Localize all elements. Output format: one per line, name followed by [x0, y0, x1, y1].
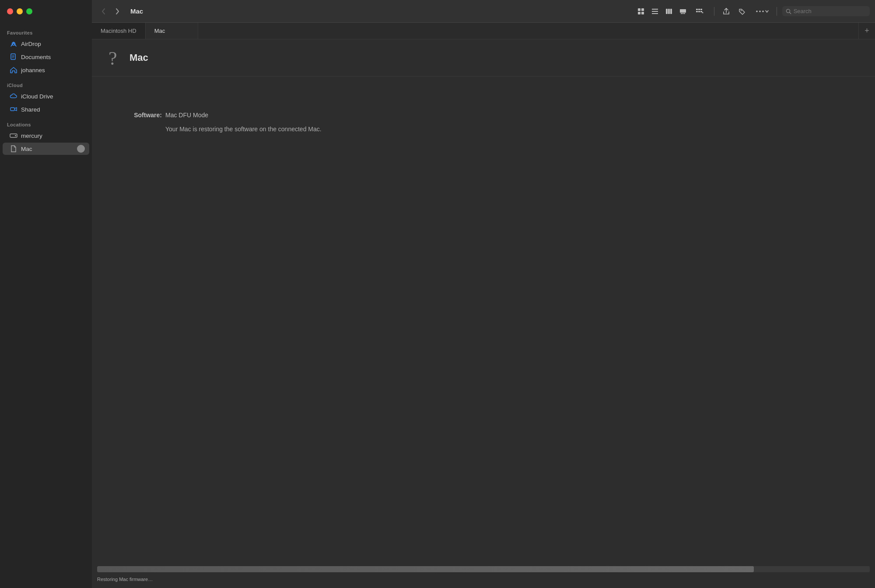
svg-rect-26	[698, 11, 700, 12]
device-icon: ?	[102, 47, 123, 68]
toolbar: Mac	[92, 0, 875, 23]
sidebar-item-airdrop[interactable]: AirDrop	[3, 38, 89, 50]
tab-macintosh-hd[interactable]: Macintosh HD	[92, 23, 146, 39]
close-button[interactable]	[7, 8, 13, 14]
svg-text:?: ?	[108, 48, 117, 68]
progress-bar-fill	[97, 566, 754, 572]
minimize-button[interactable]	[17, 8, 23, 14]
tab-macintosh-hd-label: Macintosh HD	[101, 28, 136, 34]
software-value: Mac DFU Mode	[165, 112, 208, 119]
documents-icon	[10, 53, 18, 61]
main-area: Mac	[92, 0, 875, 588]
svg-line-33	[790, 12, 791, 14]
toolbar-title: Mac	[130, 7, 143, 15]
locations-section-label: Locations	[0, 116, 92, 129]
more-actions-button[interactable]	[753, 5, 771, 18]
svg-point-29	[756, 10, 758, 12]
svg-rect-5	[10, 108, 14, 111]
shared-icon	[10, 105, 18, 113]
sidebar-item-documents[interactable]: Documents	[3, 51, 89, 63]
tag-button[interactable]	[736, 5, 749, 18]
sidebar-item-icloud-drive[interactable]: iCloud Drive	[3, 90, 89, 102]
icloud-section-label: iCloud	[0, 77, 92, 90]
progress-text: Restoring Mac firmware…	[97, 577, 153, 582]
sidebar-item-icloud-drive-label: iCloud Drive	[21, 93, 85, 100]
sidebar-item-johannes-label: johannes	[21, 67, 85, 74]
search-input[interactable]	[794, 8, 866, 14]
sidebar-item-mercury-label: mercury	[21, 133, 85, 139]
loading-spinner	[77, 145, 85, 153]
svg-point-7	[15, 135, 16, 136]
gallery-view-button[interactable]	[676, 5, 690, 18]
sidebar-item-johannes[interactable]: johannes	[3, 64, 89, 76]
tab-bar: Macintosh HD Mac +	[92, 23, 875, 39]
svg-rect-17	[670, 9, 672, 14]
content-area: ? Mac Software: Mac DFU Mode Your Mac is…	[92, 39, 875, 588]
svg-rect-11	[641, 12, 644, 14]
toolbar-divider-2	[777, 7, 777, 16]
tab-mac[interactable]: Mac	[146, 23, 198, 39]
traffic-lights	[0, 0, 92, 23]
svg-rect-27	[700, 11, 702, 12]
view-controls	[634, 5, 709, 18]
svg-rect-10	[638, 12, 640, 14]
svg-rect-16	[668, 9, 670, 14]
nav-controls	[97, 5, 123, 18]
sidebar-item-mercury[interactable]: mercury	[3, 130, 89, 142]
content-header: ? Mac	[92, 39, 875, 77]
sidebar-item-shared-label: Shared	[21, 106, 85, 113]
back-button[interactable]	[97, 5, 109, 18]
svg-rect-8	[638, 8, 640, 11]
file-icon	[10, 145, 18, 153]
cloud-icon	[10, 92, 18, 100]
svg-rect-21	[684, 13, 685, 14]
search-icon	[786, 8, 791, 14]
svg-point-30	[759, 10, 761, 12]
sidebar-item-mac-label: Mac	[21, 146, 74, 152]
list-view-button[interactable]	[648, 5, 662, 18]
svg-rect-23	[698, 9, 700, 10]
svg-rect-19	[681, 13, 682, 14]
svg-point-28	[741, 10, 742, 10]
tab-mac-label: Mac	[154, 28, 165, 34]
search-bar[interactable]	[782, 6, 870, 16]
svg-rect-25	[696, 11, 698, 12]
svg-point-31	[762, 10, 764, 12]
description-text: Your Mac is restoring the software on th…	[165, 126, 849, 133]
toolbar-divider-1	[714, 7, 714, 16]
software-row: Software: Mac DFU Mode	[118, 112, 849, 119]
forward-button[interactable]	[111, 5, 123, 18]
share-button[interactable]	[720, 5, 733, 18]
sidebar-item-mac[interactable]: Mac	[3, 143, 89, 155]
svg-rect-15	[666, 9, 668, 14]
drive-icon	[10, 132, 18, 140]
sidebar: Favourites AirDrop Documents	[0, 0, 92, 588]
favourites-section-label: Favourites	[0, 24, 92, 37]
software-label: Software:	[118, 112, 162, 119]
home-icon	[10, 66, 18, 74]
svg-rect-22	[696, 9, 698, 10]
svg-rect-18	[680, 9, 686, 13]
progress-area: Restoring Mac firmware…	[92, 563, 875, 588]
sidebar-item-shared[interactable]: Shared	[3, 103, 89, 116]
svg-rect-24	[700, 9, 702, 10]
airdrop-icon	[10, 40, 18, 48]
svg-rect-9	[641, 8, 644, 11]
page-title: Mac	[130, 52, 148, 63]
sidebar-item-airdrop-label: AirDrop	[21, 41, 85, 47]
column-view-button[interactable]	[662, 5, 676, 18]
sidebar-item-documents-label: Documents	[21, 54, 85, 60]
sort-view-button[interactable]	[690, 5, 709, 18]
svg-rect-20	[682, 13, 684, 14]
info-area: Software: Mac DFU Mode Your Mac is resto…	[92, 77, 875, 588]
fullscreen-button[interactable]	[26, 8, 32, 14]
progress-bar	[97, 566, 870, 572]
grid-view-button[interactable]	[634, 5, 648, 18]
add-tab-button[interactable]: +	[858, 23, 875, 39]
